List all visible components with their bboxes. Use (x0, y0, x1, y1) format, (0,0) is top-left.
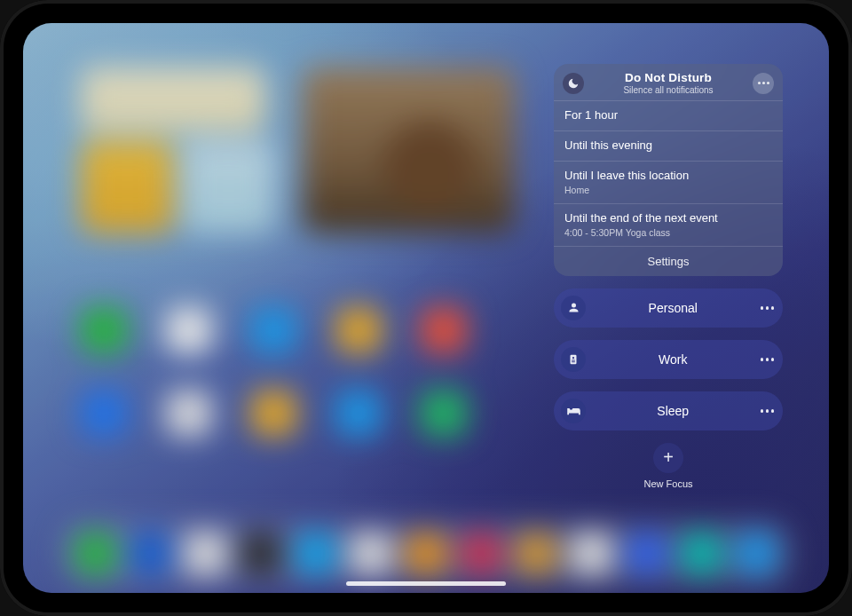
focus-panel: Do Not Disturb Silence all notifications… (554, 64, 783, 489)
bed-icon (561, 399, 586, 423)
dnd-title: Do Not Disturb (591, 71, 746, 84)
badge-icon (561, 347, 586, 372)
screen: Do Not Disturb Silence all notifications… (23, 23, 829, 593)
dnd-option-label: For 1 hour (564, 108, 618, 122)
svg-point-1 (572, 357, 574, 359)
settings-label: Settings (648, 255, 690, 268)
new-focus-button[interactable]: + New Focus (554, 443, 783, 489)
ipad-frame: Do Not Disturb Silence all notifications… (0, 0, 852, 616)
dnd-option-detail: 4:00 - 5:30PM Yoga class (564, 227, 772, 238)
focus-mode-sleep[interactable]: Sleep (554, 391, 783, 430)
svg-rect-3 (572, 361, 575, 362)
dnd-option-evening[interactable]: Until this evening (554, 130, 783, 161)
dnd-card: Do Not Disturb Silence all notifications… (554, 64, 783, 276)
focus-label: Work (595, 352, 752, 367)
dnd-title-block: Do Not Disturb Silence all notifications (591, 71, 746, 95)
dnd-option-label: Until the end of the next event (564, 211, 718, 225)
dnd-subtitle: Silence all notifications (591, 85, 746, 95)
dnd-option-label: Until this evening (564, 138, 652, 152)
focus-label: Personal (595, 301, 752, 315)
svg-rect-0 (571, 355, 577, 365)
focus-mode-work[interactable]: Work (554, 340, 783, 379)
new-focus-label: New Focus (643, 478, 692, 489)
dnd-settings-button[interactable]: Settings (554, 246, 783, 276)
dnd-option-label: Until I leave this location (564, 169, 689, 182)
plus-icon: + (653, 443, 683, 473)
dnd-option-event[interactable]: Until the end of the next event 4:00 - 5… (554, 203, 783, 246)
dnd-header[interactable]: Do Not Disturb Silence all notifications (554, 64, 783, 100)
focus-more-button[interactable] (761, 358, 775, 361)
dnd-option-location[interactable]: Until I leave this location Home (554, 161, 783, 203)
moon-icon (563, 73, 584, 94)
focus-label: Sleep (595, 404, 752, 418)
focus-more-button[interactable] (761, 306, 775, 310)
dnd-more-button[interactable] (753, 73, 774, 94)
svg-rect-2 (572, 359, 575, 360)
home-indicator[interactable] (346, 581, 506, 586)
focus-mode-personal[interactable]: Personal (554, 288, 783, 328)
dnd-option-1hour[interactable]: For 1 hour (554, 100, 783, 130)
focus-more-button[interactable] (761, 409, 775, 413)
person-icon (561, 296, 586, 320)
dnd-option-detail: Home (564, 185, 772, 195)
